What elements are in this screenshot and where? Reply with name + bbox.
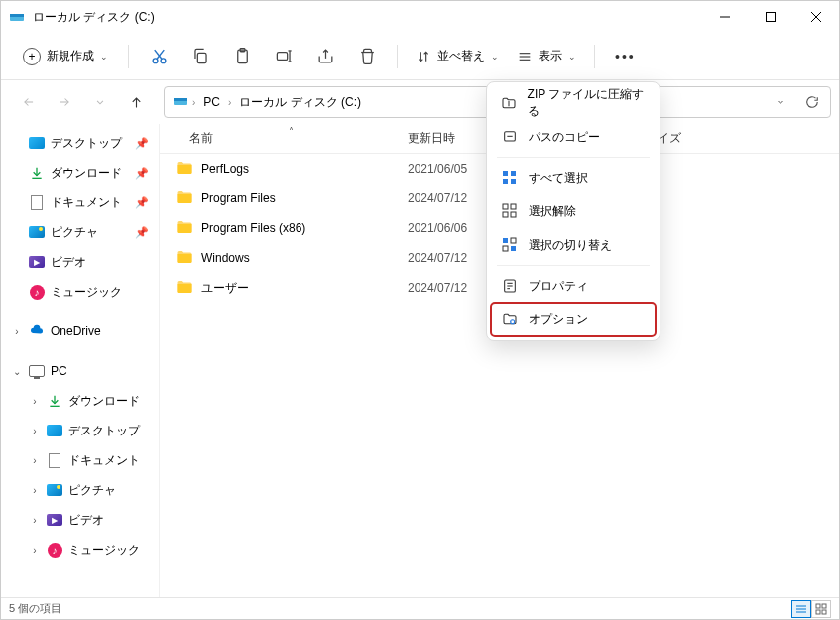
sidebar-item-label: ピクチャ xyxy=(68,482,116,499)
forward-button[interactable] xyxy=(49,86,80,118)
menu-separator xyxy=(497,157,650,158)
svg-rect-28 xyxy=(816,604,820,608)
picture-icon xyxy=(47,482,62,498)
properties-icon xyxy=(501,277,519,295)
desktop-icon xyxy=(47,423,62,438)
close-button[interactable] xyxy=(793,1,839,33)
breadcrumb-drive[interactable]: ローカル ディスク (C:) xyxy=(235,92,365,113)
ctx-invert-selection[interactable]: 選択の切り替え xyxy=(491,228,656,262)
copy-path-icon xyxy=(501,128,519,146)
svg-rect-10 xyxy=(197,53,206,62)
col-name[interactable]: 名前 ˄ xyxy=(160,130,408,147)
options-icon xyxy=(501,310,519,328)
sidebar-quick-item[interactable]: デスクトップ📌 xyxy=(1,128,159,158)
sidebar-pc-item[interactable]: ›ドキュメント xyxy=(1,445,159,475)
sidebar-pc-item[interactable]: ›ピクチャ xyxy=(1,475,159,505)
svg-rect-42 xyxy=(511,212,516,217)
sidebar-pc-item[interactable]: ›ダウンロード xyxy=(1,386,159,416)
svg-rect-30 xyxy=(816,610,820,614)
view-button[interactable]: 表示 ⌄ xyxy=(509,42,584,70)
svg-rect-41 xyxy=(503,212,508,217)
status-bar: 5 個の項目 xyxy=(1,597,839,619)
cut-button[interactable] xyxy=(139,39,179,74)
pin-icon: 📌 xyxy=(135,167,149,180)
svg-rect-43 xyxy=(503,238,508,243)
sidebar-pc-item[interactable]: ›デスクトップ xyxy=(1,416,159,445)
onedrive-icon xyxy=(29,323,45,339)
sort-label: 並べ替え xyxy=(437,48,485,64)
file-name: PerfLogs xyxy=(201,162,249,176)
music-icon: ♪ xyxy=(47,542,62,558)
pin-icon: 📌 xyxy=(135,196,149,209)
breadcrumb-pc[interactable]: PC xyxy=(199,93,224,111)
sidebar-quick-item[interactable]: ピクチャ📌 xyxy=(1,217,159,247)
pin-icon: 📌 xyxy=(135,226,149,239)
pin-icon: 📌 xyxy=(135,137,149,150)
more-button[interactable]: ••• xyxy=(605,43,646,70)
back-button[interactable] xyxy=(13,86,45,118)
copy-button[interactable] xyxy=(180,39,220,74)
file-name: Program Files (x86) xyxy=(201,221,305,235)
sidebar-pc-item[interactable]: ›♪ミュージック xyxy=(1,535,159,564)
ctx-properties[interactable]: プロパティ xyxy=(491,269,656,303)
minimize-button[interactable] xyxy=(702,1,748,33)
sidebar-pc[interactable]: ⌄ PC xyxy=(1,356,159,386)
delete-button[interactable] xyxy=(347,39,387,74)
window-title: ローカル ディスク (C:) xyxy=(33,9,702,26)
svg-rect-46 xyxy=(511,246,516,251)
chevron-right-icon: › xyxy=(29,545,41,556)
sidebar-item-label: デスクトップ xyxy=(51,135,122,152)
sidebar-pc-item[interactable]: ›▶ビデオ xyxy=(1,505,159,535)
address-dropdown[interactable] xyxy=(767,88,794,116)
view-label: 表示 xyxy=(539,48,562,64)
pc-label: PC xyxy=(51,364,67,378)
item-count: 5 個の項目 xyxy=(9,601,61,616)
drive-icon xyxy=(9,9,25,25)
ctx-select-all[interactable]: すべて選択 xyxy=(491,161,656,194)
ctx-copy-path[interactable]: パスのコピー xyxy=(491,120,656,154)
sort-icon xyxy=(416,49,431,64)
recent-dropdown[interactable] xyxy=(84,86,116,118)
paste-button[interactable] xyxy=(222,39,262,74)
sidebar-item-label: ドキュメント xyxy=(68,452,140,469)
svg-rect-44 xyxy=(511,238,516,243)
onedrive-label: OneDrive xyxy=(51,324,101,338)
folder-icon xyxy=(176,189,193,208)
maximize-button[interactable] xyxy=(748,1,793,33)
breadcrumb-sep: › xyxy=(192,97,195,108)
view-switch xyxy=(791,600,831,618)
svg-rect-1 xyxy=(10,14,24,17)
video-icon: ▶ xyxy=(29,254,45,270)
svg-rect-35 xyxy=(503,171,508,176)
music-icon: ♪ xyxy=(29,284,45,300)
sort-button[interactable]: 並べ替え ⌄ xyxy=(408,42,507,70)
sidebar-item-label: ダウンロード xyxy=(51,165,122,182)
details-view-button[interactable] xyxy=(791,600,811,618)
new-button[interactable]: + 新規作成 ⌄ xyxy=(13,42,118,71)
refresh-button[interactable] xyxy=(798,88,826,116)
folder-icon xyxy=(176,219,193,238)
sidebar-quick-item[interactable]: ダウンロード📌 xyxy=(1,158,159,187)
sidebar-quick-item[interactable]: ♪ミュージック xyxy=(1,277,159,307)
ctx-compress-zip[interactable]: ZIP ファイルに圧縮する xyxy=(491,86,656,120)
share-button[interactable] xyxy=(305,39,345,74)
separator xyxy=(594,45,595,68)
file-name: Program Files xyxy=(201,191,276,205)
sidebar-item-label: ダウンロード xyxy=(68,393,140,410)
context-menu: ZIP ファイルに圧縮する パスのコピー すべて選択 選択解除 選択の切り替え … xyxy=(486,81,660,341)
sidebar-onedrive[interactable]: › OneDrive xyxy=(1,316,159,346)
select-none-icon xyxy=(501,202,519,220)
col-size[interactable]: サイズ xyxy=(646,130,839,147)
svg-rect-36 xyxy=(511,171,516,176)
svg-rect-40 xyxy=(511,204,516,209)
up-button[interactable] xyxy=(120,86,152,118)
ctx-select-none[interactable]: 選択解除 xyxy=(491,194,656,228)
sidebar-quick-item[interactable]: ドキュメント📌 xyxy=(1,187,159,217)
sidebar-quick-item[interactable]: ▶ビデオ xyxy=(1,247,159,277)
rename-button[interactable] xyxy=(264,39,303,74)
thumbnails-view-button[interactable] xyxy=(811,600,831,618)
toolbar: + 新規作成 ⌄ 並べ替え ⌄ 表示 ⌄ ••• xyxy=(1,33,839,80)
chevron-down-icon: ⌄ xyxy=(568,52,576,62)
ctx-options[interactable]: オプション xyxy=(491,303,656,336)
download-icon xyxy=(47,393,62,409)
